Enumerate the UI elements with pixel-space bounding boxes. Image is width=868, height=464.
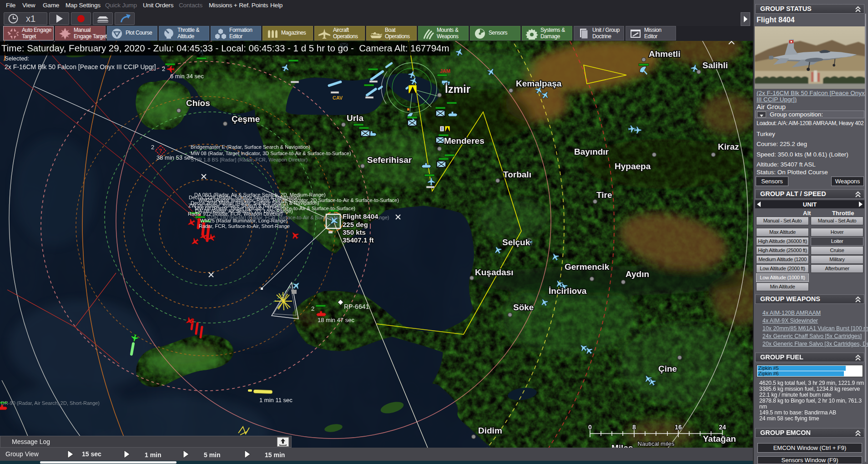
svg-text:Didim: Didim [478, 426, 502, 435]
svg-text:x1: x1 [26, 14, 35, 24]
svg-text:Söke: Söke [513, 303, 534, 312]
svg-text:WM25 (Radar Illuminator, Long-: WM25 (Radar Illuminator, Long-Range) [200, 218, 288, 223]
svg-text:STIR 1.8 BS [Radar] (Radar, FC: STIR 1.8 BS [Radar] (Radar, FCR, Weapon … [191, 157, 308, 162]
svg-text:35407.1 ft: 35407.1 ft [343, 236, 373, 244]
svg-text:Selçuk: Selçuk [502, 237, 530, 247]
svg-text:I: I [441, 126, 443, 131]
svg-text:Nautical miles: Nautical miles [638, 440, 675, 447]
svg-text:CAV: CAV [333, 95, 343, 101]
svg-text:Aydın: Aydın [626, 269, 649, 279]
svg-text:Kiraz: Kiraz [718, 142, 739, 151]
svg-text:0: 0 [588, 424, 592, 431]
svg-text:İzmir: İzmir [445, 83, 470, 95]
svg-text:Selected:: Selected: [5, 55, 29, 62]
svg-text:Ahmetli: Ahmetli [649, 49, 681, 59]
svg-text:18 min 47 sec: 18 min 47 sec [318, 317, 354, 323]
svg-text:DR-90 (Radar, Air Search, 2D,: DR-90 (Radar, Air Search, 2D, Short-Rang… [1, 400, 100, 406]
svg-text:Salihli: Salihli [702, 61, 728, 70]
svg-text:Radar, FCR, Surface-to-Air, Sh: Radar, FCR, Surface-to-Air, Short-Range [199, 223, 290, 229]
svg-text:Seferihisar: Seferihisar [367, 155, 412, 165]
svg-text:8: 8 [632, 424, 636, 431]
svg-text:Bridgemaster E (Radar, Surface: Bridgemaster E (Radar, Surface Search & … [191, 144, 310, 150]
svg-text:2x F-16CM Blk 50 Falcon [Peace: 2x F-16CM Blk 50 Falcon [Peace Onyx III … [5, 63, 156, 71]
svg-text:2: 2 [151, 144, 154, 151]
svg-text:6 min 34 sec: 6 min 34 sec [170, 73, 204, 80]
svg-text:16: 16 [675, 424, 682, 431]
svg-text:MW 08 (Radar, Target Indicator: MW 08 (Radar, Target Indicator, 3D Surfa… [191, 151, 351, 156]
svg-text:2: 2 [162, 66, 165, 72]
svg-text:Tire: Tire [596, 190, 612, 200]
svg-text:Bayındır: Bayındır [574, 147, 609, 156]
svg-text:Hypaepa: Hypaepa [615, 161, 651, 171]
svg-text:Çine: Çine [658, 364, 677, 373]
svg-text:350 kts: 350 kts [343, 228, 366, 236]
svg-text:Chíos: Chíos [186, 98, 210, 108]
svg-text:Germencik: Germencik [565, 262, 610, 272]
svg-text:Çeşme: Çeşme [232, 114, 260, 124]
svg-text:Flight 8404: Flight 8404 [343, 212, 378, 220]
svg-text:İncirliova: İncirliova [549, 286, 587, 296]
svg-text:38 min 53 sec: 38 min 53 sec [156, 154, 193, 161]
svg-text:RP-6641: RP-6641 [344, 303, 369, 310]
svg-text:24: 24 [719, 424, 726, 431]
svg-text:Yatağan: Yatağan [703, 434, 736, 444]
svg-text:225 deg: 225 deg [343, 221, 368, 228]
svg-text:Kuşadası: Kuşadası [475, 267, 513, 277]
svg-text:Menderes: Menderes [444, 136, 484, 146]
svg-text:Torbalı: Torbalı [503, 170, 531, 179]
svg-text:JAM: JAM [440, 68, 450, 74]
svg-text:Urla: Urla [347, 113, 363, 123]
svg-text:1 min 11 sec: 1 min 11 sec [259, 397, 293, 403]
svg-text:Kemalpaşa: Kemalpaşa [516, 79, 562, 88]
svg-text:2: 2 [311, 305, 314, 312]
svg-text:?: ? [159, 148, 162, 154]
